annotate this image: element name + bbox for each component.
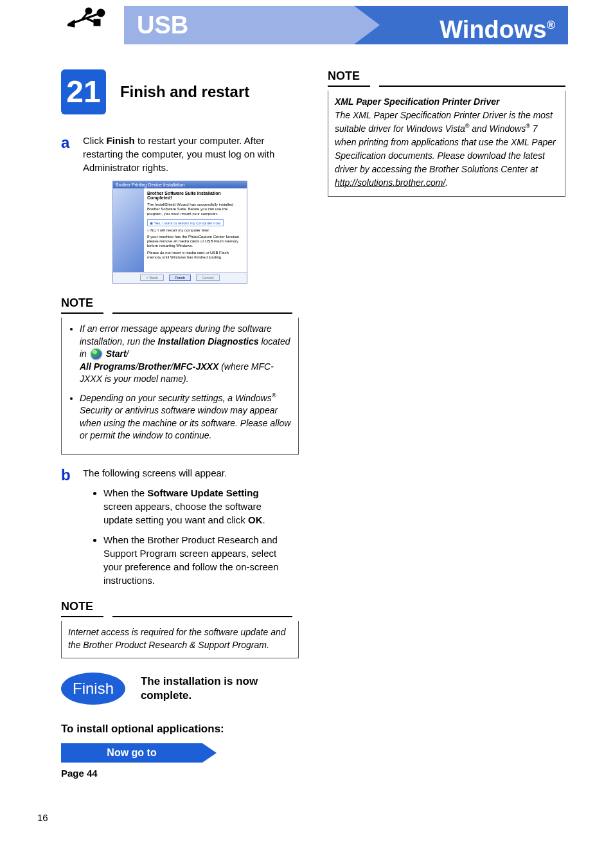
start-orb-icon — [91, 348, 102, 360]
substep-b-bullet-2: When the Brother Product Research and Su… — [103, 533, 289, 587]
substep-b: b The following screens will appear. Whe… — [61, 466, 299, 593]
header-notch — [354, 6, 380, 44]
svg-marker-1 — [67, 21, 74, 26]
sb-b1-bold2: OK — [248, 514, 263, 525]
note-1-bullet-2: Depending on your security settings, a W… — [80, 391, 292, 442]
step-title: Finish and restart — [120, 83, 249, 101]
dialog-radio2-label: No, I will restart my computer later. — [150, 228, 209, 232]
note-right: NOTE XML Paper Specification Printer Dri… — [328, 69, 565, 197]
substep-b-body: The following screens will appear. When … — [83, 466, 289, 593]
usb-icon — [67, 6, 106, 44]
n1b2-reg: ® — [272, 392, 276, 399]
step-header: 21 Finish and restart — [61, 69, 299, 114]
finish-row: Finish The installation is now complete. — [61, 673, 299, 705]
note-2-text: Internet access is required for the soft… — [68, 627, 286, 650]
note-1-label: NOTE — [61, 296, 299, 310]
note-2-box: Internet access is required for the soft… — [61, 621, 299, 658]
n1b1-bold2: Start — [106, 348, 127, 359]
substep-b-letter: b — [61, 466, 80, 484]
page-number: 16 — [37, 812, 48, 823]
os-label-text: Windows — [440, 16, 546, 43]
dialog-radio-restart-later[interactable]: ○ No, I will restart my computer later. — [147, 228, 244, 232]
header-row: USB Windows® — [0, 6, 613, 44]
note-2-label: NOTE — [61, 600, 299, 613]
n1b2-post: Security or antivirus software window ma… — [80, 405, 290, 440]
sb-b1-post: . — [263, 514, 265, 525]
note-right-label: NOTE — [328, 69, 565, 83]
substep-a-body: Click Finish to restart your computer. A… — [83, 134, 289, 174]
dialog-body1: The InstallShield Wizard has successfull… — [147, 203, 244, 217]
note-right-title: XML Paper Specification Printer Driver — [335, 96, 558, 109]
substep-a: a Click Finish to restart your computer.… — [61, 134, 299, 174]
dialog-radio1-label: Yes, I want to restart my computer now. — [154, 221, 222, 225]
nr-b4: . — [445, 177, 448, 188]
n1b1-bold3: All Programs — [80, 361, 136, 372]
os-reg: ® — [547, 19, 555, 32]
dialog-titlebar: Brother Printing Device Installation — [113, 181, 247, 188]
substep-b-intro: The following screens will appear. — [83, 467, 227, 478]
dialog-radio-restart-now[interactable]: ◉ Yes, I want to restart my computer now… — [147, 219, 224, 226]
n1b2-pre: Depending on your security settings, a W… — [80, 393, 272, 403]
goto-page: Page 44 — [61, 768, 299, 779]
n1b1-bold5: MFC-JXXX — [173, 361, 218, 372]
note-right-rule — [328, 86, 565, 87]
note-right-body: The XML Paper Specification Printer Driv… — [335, 109, 558, 190]
substep-a-pre: Click — [83, 135, 107, 146]
solutions-link[interactable]: http://solutions.brother.com/ — [335, 177, 445, 188]
svg-rect-6 — [94, 20, 100, 25]
note-2-rule — [61, 616, 299, 617]
substep-b-bullet-1: When the Software Update Setting screen … — [103, 486, 289, 527]
n1b1-bold4: Brother — [138, 361, 171, 372]
os-label: Windows® — [354, 6, 568, 44]
sb-b1-mid: screen appears, choose the software upda… — [103, 501, 262, 525]
dialog-finish-button[interactable]: Finish — [169, 275, 191, 281]
step-number: 21 — [61, 69, 106, 114]
substep-a-letter: a — [61, 134, 80, 152]
dialog-cancel-button[interactable]: Cancel — [196, 275, 220, 281]
substep-a-bold: Finish — [107, 135, 135, 146]
note-2: NOTE Internet access is required for the… — [61, 600, 299, 658]
dialog-main: Brother Software Suite Installation Comp… — [144, 188, 247, 272]
goto-arrow-label: Now go to — [61, 743, 202, 763]
svg-point-4 — [86, 8, 91, 14]
note-1-bullet-1: If an error message appears during the s… — [80, 323, 292, 386]
right-column: NOTE XML Paper Specification Printer Dri… — [328, 69, 565, 208]
sb-b1-bold1: Software Update Setting — [147, 487, 258, 498]
sb-b1-pre: When the — [103, 487, 147, 498]
dialog-body: Brother Software Suite Installation Comp… — [113, 188, 247, 272]
note-1-box: If an error message appears during the s… — [61, 318, 299, 455]
nr-b2: and Windows — [469, 123, 526, 134]
n1b1-bold1: Installation Diagnostics — [157, 336, 258, 347]
n1b1-s1: / — [127, 348, 129, 359]
dialog-heading: Brother Software Suite Installation Comp… — [147, 191, 244, 200]
usb-label: USB — [124, 6, 354, 44]
finish-complete-text: The installation is now complete. — [141, 674, 282, 703]
svg-point-2 — [98, 10, 104, 16]
dialog-body3: Please do not insert a media card or USB… — [147, 251, 244, 260]
optional-heading: To install optional applications: — [61, 723, 299, 736]
nr-reg2: ® — [526, 123, 530, 129]
goto-arrow: Now go to — [61, 743, 228, 763]
goto-arrow-tip — [202, 743, 217, 763]
note-right-box: XML Paper Specification Printer Driver T… — [328, 91, 565, 197]
finish-oval: Finish — [61, 673, 125, 705]
note-1: NOTE If an error message appears during … — [61, 296, 299, 455]
dialog-side-graphic — [113, 188, 144, 272]
dialog-buttons: < Back Finish Cancel — [113, 272, 247, 283]
note-1-rule — [61, 312, 299, 314]
dialog-body2: If your machine has the PhotoCapture Cen… — [147, 235, 244, 249]
dialog-back-button[interactable]: < Back — [140, 275, 164, 281]
left-column: 21 Finish and restart a Click Finish to … — [61, 69, 299, 779]
install-dialog: Brother Printing Device Installation Bro… — [112, 181, 247, 284]
